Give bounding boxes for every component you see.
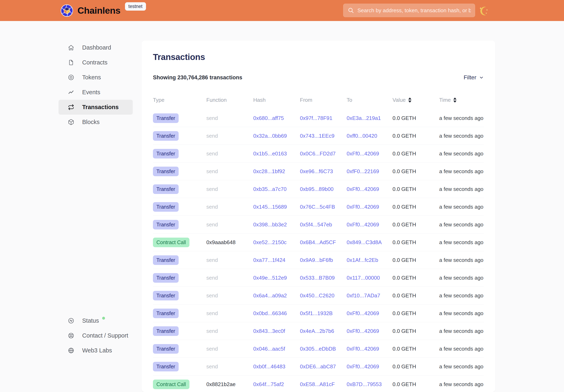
- transactions-panel: Transactions Showing 230,764,286 transac…: [141, 41, 495, 392]
- from-link[interactable]: 0x533...B7B09: [300, 275, 347, 281]
- table-row[interactable]: Transfer send 0x49e...512e9 0x533...B7B0…: [153, 269, 484, 287]
- table-row[interactable]: Contract Call 0x8821b2ae 0x64f...75af2 0…: [153, 376, 484, 392]
- filter-button[interactable]: Filter: [464, 74, 484, 81]
- global-search[interactable]: [343, 4, 475, 17]
- sort-icon[interactable]: [453, 98, 457, 103]
- sidebar-item-label: Contracts: [82, 59, 108, 66]
- table-row[interactable]: Transfer send 0xa77...1f424 0x9A9...bF6f…: [153, 251, 484, 269]
- sort-icon[interactable]: [408, 98, 412, 103]
- to-link[interactable]: 0xFf0...42069: [347, 222, 393, 228]
- hash-link[interactable]: 0x1b5...e0163: [253, 151, 300, 157]
- table-row[interactable]: Transfer send 0x1b5...e0163 0x0C6...FD2d…: [153, 145, 484, 163]
- table-row[interactable]: Contract Call 0x9aaab648 0xe52...2150c 0…: [153, 234, 484, 251]
- to-link[interactable]: 0xFf0...42069: [347, 328, 393, 334]
- time-cell: a few seconds ago: [439, 151, 484, 157]
- from-link[interactable]: 0xb95...89b00: [300, 186, 347, 192]
- sidebar-item-contact-support[interactable]: Contact / Support: [58, 328, 133, 343]
- hash-link[interactable]: 0xb35...a7c70: [253, 186, 300, 192]
- chainlens-logo-icon: [60, 4, 73, 17]
- hash-link[interactable]: 0xa77...1f424: [253, 257, 300, 263]
- sidebar-item-label: Transactions: [82, 104, 119, 111]
- hash-link[interactable]: 0x398...bb3e2: [253, 222, 300, 228]
- from-link[interactable]: 0x97f...78F91: [300, 115, 347, 121]
- to-link[interactable]: 0xB7D...79553: [347, 381, 393, 388]
- value-cell: 0.0 GETH: [393, 133, 439, 139]
- hash-link[interactable]: 0x6a4...a09a2: [253, 293, 300, 299]
- type-cell: Transfer: [153, 362, 206, 371]
- search-input[interactable]: [358, 7, 471, 14]
- from-link[interactable]: 0x743...1EEc9: [300, 133, 347, 139]
- table-row[interactable]: Transfer send 0x32a...0bb69 0x743...1EEc…: [153, 127, 484, 145]
- sidebar-item-transactions[interactable]: Transactions: [58, 100, 133, 115]
- hash-link[interactable]: 0x64f...75af2: [253, 381, 300, 388]
- to-link[interactable]: 0xFf0...42069: [347, 204, 393, 210]
- hash-link[interactable]: 0x32a...0bb69: [253, 133, 300, 139]
- value-cell: 0.0 GETH: [393, 186, 439, 192]
- to-link[interactable]: 0xFf0...42069: [347, 364, 393, 370]
- trending-icon: [68, 89, 74, 96]
- from-link[interactable]: 0x6B4...Ad5CF: [300, 239, 347, 246]
- table-row[interactable]: Transfer send 0xc28...1bf92 0xe96...f6C7…: [153, 163, 484, 180]
- hash-link[interactable]: 0xb0f...46483: [253, 364, 300, 370]
- to-link[interactable]: 0xFf0...42069: [347, 310, 393, 317]
- to-link[interactable]: 0x117...00000: [347, 275, 393, 281]
- from-link[interactable]: 0x5f1...1932B: [300, 310, 347, 317]
- to-link[interactable]: 0xfF0...22169: [347, 168, 393, 175]
- from-link[interactable]: 0x450...C2620: [300, 293, 347, 299]
- table-row[interactable]: Transfer send 0x843...3ec0f 0x4eA...2b7b…: [153, 322, 484, 340]
- sidebar-item-dashboard[interactable]: Dashboard: [58, 40, 133, 55]
- cube-icon: [68, 119, 74, 125]
- sidebar-item-blocks[interactable]: Blocks: [58, 115, 133, 129]
- table-row[interactable]: Transfer send 0x046...aac5f 0x305...eDbD…: [153, 340, 484, 358]
- sidebar-item-contracts[interactable]: Contracts: [58, 55, 133, 70]
- table-row[interactable]: Transfer send 0xb35...a7c70 0xb95...89b0…: [153, 180, 484, 198]
- table-row[interactable]: Transfer send 0x398...bb3e2 0x5f4...547e…: [153, 216, 484, 234]
- from-link[interactable]: 0xE58...A81cF: [300, 381, 347, 388]
- to-link[interactable]: 0xf10...7ADa7: [347, 293, 393, 299]
- to-link[interactable]: 0xE3a...219a1: [347, 115, 393, 121]
- table-row[interactable]: Transfer send 0x145...15689 0x76C...5c4F…: [153, 198, 484, 216]
- to-link[interactable]: 0x1Af...fc2Eb: [347, 257, 393, 263]
- table-row[interactable]: Transfer send 0x0bd...66346 0x5f1...1932…: [153, 305, 484, 322]
- time-cell: a few seconds ago: [439, 168, 484, 175]
- type-cell: Transfer: [153, 291, 206, 300]
- from-link[interactable]: 0xDE6...abC87: [300, 364, 347, 370]
- type-badge: Transfer: [153, 131, 179, 141]
- to-link[interactable]: 0xFf0...42069: [347, 346, 393, 352]
- function-cell: send: [206, 364, 253, 370]
- hash-link[interactable]: 0x680...aff75: [253, 115, 300, 121]
- theme-toggle-button[interactable]: [478, 5, 489, 17]
- column-header-value[interactable]: Value: [393, 97, 439, 103]
- to-link[interactable]: 0xFf0...42069: [347, 151, 393, 157]
- type-badge: Transfer: [153, 308, 179, 318]
- hash-link[interactable]: 0x145...15689: [253, 204, 300, 210]
- from-link[interactable]: 0x305...eDbDB: [300, 346, 347, 352]
- to-link[interactable]: 0x849...C3d8A: [347, 239, 393, 246]
- from-link[interactable]: 0x5f4...547eb: [300, 222, 347, 228]
- hash-link[interactable]: 0xc28...1bf92: [253, 168, 300, 175]
- hash-link[interactable]: 0xe52...2150c: [253, 239, 300, 246]
- table-row[interactable]: Transfer send 0x6a4...a09a2 0x450...C262…: [153, 287, 484, 305]
- sidebar-item-status[interactable]: Status: [58, 313, 133, 328]
- from-link[interactable]: 0x4eA...2b7b6: [300, 328, 347, 334]
- table-row[interactable]: Transfer send 0x680...aff75 0x97f...78F9…: [153, 109, 484, 127]
- to-link[interactable]: 0xff0...00420: [347, 133, 393, 139]
- sidebar-item-web3-labs[interactable]: Web3 Labs: [58, 343, 133, 358]
- sidebar-item-label: Blocks: [82, 119, 99, 126]
- hash-link[interactable]: 0x49e...512e9: [253, 275, 300, 281]
- table-row[interactable]: Transfer send 0xb0f...46483 0xDE6...abC8…: [153, 358, 484, 376]
- from-link[interactable]: 0x0C6...FD2d7: [300, 151, 347, 157]
- hash-link[interactable]: 0x0bd...66346: [253, 310, 300, 317]
- to-link[interactable]: 0xFf0...42069: [347, 186, 393, 192]
- from-link[interactable]: 0x9A9...bF6fb: [300, 257, 347, 263]
- from-link[interactable]: 0xe96...f6C73: [300, 168, 347, 175]
- hash-link[interactable]: 0x046...aac5f: [253, 346, 300, 352]
- brand[interactable]: Chainlens testnet: [60, 0, 146, 21]
- sidebar-item-tokens[interactable]: Tokens: [58, 70, 133, 85]
- from-link[interactable]: 0x76C...5c4FB: [300, 204, 347, 210]
- hash-link[interactable]: 0x843...3ec0f: [253, 328, 300, 334]
- sidebar-item-events[interactable]: Events: [58, 85, 133, 100]
- sidebar-footer: Status Contact / Support Web3 Labs: [58, 313, 133, 358]
- type-badge: Transfer: [153, 344, 179, 354]
- column-header-time[interactable]: Time: [439, 97, 484, 103]
